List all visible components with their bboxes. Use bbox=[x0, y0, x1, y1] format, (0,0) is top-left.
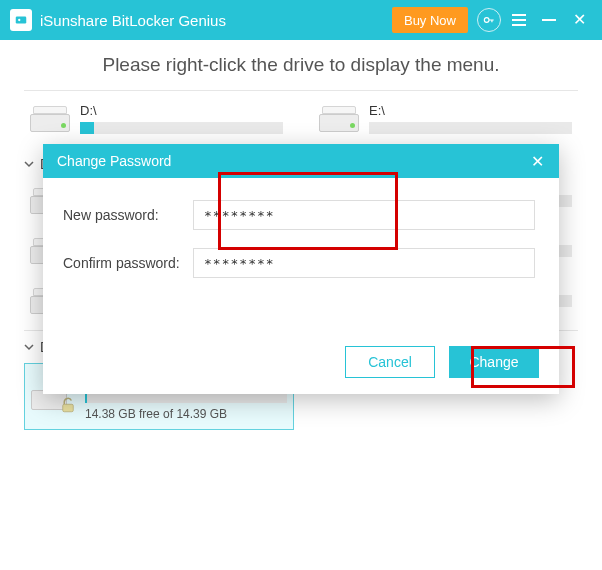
close-button[interactable]: ✕ bbox=[564, 5, 594, 35]
hdd-icon bbox=[30, 106, 70, 132]
usage-bar bbox=[80, 122, 283, 134]
unlock-icon bbox=[59, 396, 77, 414]
drive-letter: D:\ bbox=[80, 103, 283, 118]
app-logo-icon bbox=[10, 9, 32, 31]
minimize-icon bbox=[542, 19, 556, 21]
app-title: iSunshare BitLocker Genius bbox=[40, 12, 226, 29]
instruction-text: Please right-click the drive to display … bbox=[0, 40, 602, 84]
titlebar: iSunshare BitLocker Genius Buy Now ✕ bbox=[0, 0, 602, 40]
hdd-icon bbox=[319, 106, 359, 132]
key-icon bbox=[477, 8, 501, 32]
close-icon: ✕ bbox=[573, 12, 586, 28]
svg-rect-3 bbox=[63, 404, 74, 412]
buy-now-button[interactable]: Buy Now bbox=[392, 7, 468, 33]
svg-point-2 bbox=[484, 18, 489, 23]
usage-bar bbox=[369, 122, 572, 134]
svg-point-1 bbox=[18, 19, 20, 21]
chevron-down-icon bbox=[24, 159, 34, 169]
drive-letter: E:\ bbox=[369, 103, 572, 118]
new-password-label: New password: bbox=[63, 207, 193, 223]
dialog-close-button[interactable]: ✕ bbox=[525, 152, 549, 171]
svg-rect-0 bbox=[16, 17, 27, 24]
drive-card-e[interactable]: E:\ bbox=[313, 95, 578, 142]
minimize-button[interactable] bbox=[534, 5, 564, 35]
dialog-title: Change Password bbox=[57, 153, 171, 169]
menu-button[interactable] bbox=[504, 5, 534, 35]
hamburger-icon bbox=[512, 14, 526, 26]
chevron-down-icon bbox=[24, 342, 34, 352]
new-password-input[interactable] bbox=[193, 200, 535, 230]
confirm-password-label: Confirm password: bbox=[63, 255, 193, 271]
drive-free-text: 14.38 GB free of 14.39 GB bbox=[85, 407, 287, 421]
change-password-dialog: Change Password ✕ New password: Confirm … bbox=[43, 144, 559, 394]
dialog-titlebar: Change Password ✕ bbox=[43, 144, 559, 178]
change-button[interactable]: Change bbox=[449, 346, 539, 378]
cancel-button[interactable]: Cancel bbox=[345, 346, 435, 378]
confirm-password-input[interactable] bbox=[193, 248, 535, 278]
drive-card-d[interactable]: D:\ bbox=[24, 95, 289, 142]
register-key-button[interactable] bbox=[474, 5, 504, 35]
divider bbox=[24, 90, 578, 91]
close-icon: ✕ bbox=[531, 153, 544, 170]
